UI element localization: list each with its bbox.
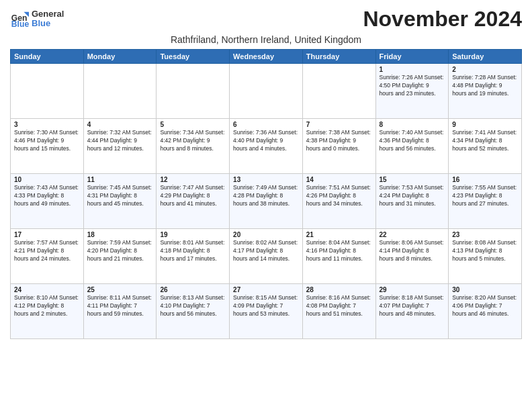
day-number: 29 — [380, 286, 445, 293]
day-info: Sunrise: 7:57 AM Sunset: 4:21 PM Dayligh… — [14, 239, 80, 263]
day-cell — [230, 64, 303, 119]
day-number: 19 — [160, 231, 226, 238]
day-cell: 16Sunrise: 7:55 AM Sunset: 4:23 PM Dayli… — [449, 174, 522, 229]
day-number: 18 — [87, 231, 153, 238]
day-number: 22 — [380, 231, 445, 238]
day-cell: 28Sunrise: 8:16 AM Sunset: 4:08 PM Dayli… — [302, 284, 375, 339]
day-cell: 21Sunrise: 8:04 AM Sunset: 4:16 PM Dayli… — [302, 229, 375, 284]
day-info: Sunrise: 8:16 AM Sunset: 4:08 PM Dayligh… — [306, 294, 372, 318]
day-cell: 14Sunrise: 7:51 AM Sunset: 4:26 PM Dayli… — [302, 174, 375, 229]
day-cell: 12Sunrise: 7:47 AM Sunset: 4:29 PM Dayli… — [157, 174, 230, 229]
day-info: Sunrise: 7:36 AM Sunset: 4:40 PM Dayligh… — [233, 129, 299, 153]
header-row: Sunday Monday Tuesday Wednesday Thursday… — [11, 50, 522, 64]
day-cell: 18Sunrise: 7:59 AM Sunset: 4:20 PM Dayli… — [83, 229, 157, 284]
subtitle: Rathfriland, Northern Ireland, United Ki… — [10, 34, 522, 45]
day-number: 23 — [452, 231, 518, 238]
day-info: Sunrise: 7:26 AM Sunset: 4:50 PM Dayligh… — [380, 74, 445, 98]
header: Gen Blue General Blue November 2024 — [10, 7, 522, 32]
day-cell: 8Sunrise: 7:40 AM Sunset: 4:36 PM Daylig… — [375, 119, 449, 174]
day-info: Sunrise: 7:34 AM Sunset: 4:42 PM Dayligh… — [160, 129, 226, 153]
day-number: 21 — [306, 231, 372, 238]
day-info: Sunrise: 8:15 AM Sunset: 4:09 PM Dayligh… — [233, 294, 299, 318]
day-number: 13 — [233, 176, 299, 183]
page: Gen Blue General Blue November 2024 Rath… — [0, 0, 532, 411]
day-number: 30 — [452, 286, 518, 293]
day-info: Sunrise: 7:32 AM Sunset: 4:44 PM Dayligh… — [87, 129, 153, 153]
logo: Gen Blue General Blue — [10, 9, 64, 29]
day-info: Sunrise: 8:04 AM Sunset: 4:16 PM Dayligh… — [306, 239, 372, 263]
day-info: Sunrise: 7:59 AM Sunset: 4:20 PM Dayligh… — [87, 239, 153, 263]
day-number: 9 — [452, 121, 518, 128]
day-cell: 10Sunrise: 7:43 AM Sunset: 4:33 PM Dayli… — [11, 174, 84, 229]
day-number: 24 — [14, 286, 80, 293]
day-info: Sunrise: 8:08 AM Sunset: 4:13 PM Dayligh… — [452, 239, 518, 263]
day-info: Sunrise: 7:28 AM Sunset: 4:48 PM Dayligh… — [452, 74, 518, 98]
day-number: 12 — [160, 176, 226, 183]
day-number: 2 — [452, 66, 518, 73]
day-number: 10 — [14, 176, 80, 183]
day-info: Sunrise: 8:13 AM Sunset: 4:10 PM Dayligh… — [160, 294, 226, 318]
day-cell — [11, 64, 84, 119]
day-info: Sunrise: 7:41 AM Sunset: 4:34 PM Dayligh… — [452, 129, 518, 153]
day-cell: 11Sunrise: 7:45 AM Sunset: 4:31 PM Dayli… — [83, 174, 157, 229]
day-number: 17 — [14, 231, 80, 238]
day-cell — [157, 64, 230, 119]
day-info: Sunrise: 7:49 AM Sunset: 4:28 PM Dayligh… — [233, 184, 299, 208]
day-info: Sunrise: 8:11 AM Sunset: 4:11 PM Dayligh… — [87, 294, 153, 318]
day-info: Sunrise: 7:47 AM Sunset: 4:29 PM Dayligh… — [160, 184, 226, 208]
day-info: Sunrise: 7:30 AM Sunset: 4:46 PM Dayligh… — [14, 129, 80, 153]
day-info: Sunrise: 7:43 AM Sunset: 4:33 PM Dayligh… — [14, 184, 80, 208]
week-row-3: 10Sunrise: 7:43 AM Sunset: 4:33 PM Dayli… — [11, 174, 522, 229]
day-info: Sunrise: 7:40 AM Sunset: 4:36 PM Dayligh… — [380, 129, 445, 153]
week-row-2: 3Sunrise: 7:30 AM Sunset: 4:46 PM Daylig… — [11, 119, 522, 174]
logo-icon: Gen Blue — [10, 9, 29, 28]
month-title: November 2024 — [363, 7, 522, 32]
day-info: Sunrise: 8:18 AM Sunset: 4:07 PM Dayligh… — [380, 294, 445, 318]
day-number: 1 — [380, 66, 445, 73]
logo-blue: Blue — [32, 19, 64, 28]
day-cell: 4Sunrise: 7:32 AM Sunset: 4:44 PM Daylig… — [83, 119, 157, 174]
day-cell: 24Sunrise: 8:10 AM Sunset: 4:12 PM Dayli… — [11, 284, 84, 339]
day-cell: 23Sunrise: 8:08 AM Sunset: 4:13 PM Dayli… — [449, 229, 522, 284]
col-friday: Friday — [375, 50, 449, 64]
calendar-header: Sunday Monday Tuesday Wednesday Thursday… — [11, 50, 522, 64]
col-wednesday: Wednesday — [230, 50, 303, 64]
day-number: 28 — [306, 286, 372, 293]
day-cell: 26Sunrise: 8:13 AM Sunset: 4:10 PM Dayli… — [157, 284, 230, 339]
day-cell: 7Sunrise: 7:38 AM Sunset: 4:38 PM Daylig… — [302, 119, 375, 174]
day-cell: 25Sunrise: 8:11 AM Sunset: 4:11 PM Dayli… — [83, 284, 157, 339]
day-cell: 22Sunrise: 8:06 AM Sunset: 4:14 PM Dayli… — [375, 229, 449, 284]
col-tuesday: Tuesday — [157, 50, 230, 64]
day-number: 20 — [233, 231, 299, 238]
logo-general: General — [32, 9, 64, 19]
day-cell: 20Sunrise: 8:02 AM Sunset: 4:17 PM Dayli… — [230, 229, 303, 284]
day-number: 8 — [380, 121, 445, 128]
calendar-body: 1Sunrise: 7:26 AM Sunset: 4:50 PM Daylig… — [11, 64, 522, 339]
day-cell: 27Sunrise: 8:15 AM Sunset: 4:09 PM Dayli… — [230, 284, 303, 339]
day-number: 14 — [306, 176, 372, 183]
day-cell: 3Sunrise: 7:30 AM Sunset: 4:46 PM Daylig… — [11, 119, 84, 174]
day-cell: 6Sunrise: 7:36 AM Sunset: 4:40 PM Daylig… — [230, 119, 303, 174]
day-cell: 1Sunrise: 7:26 AM Sunset: 4:50 PM Daylig… — [375, 64, 449, 119]
day-cell — [83, 64, 157, 119]
day-info: Sunrise: 7:51 AM Sunset: 4:26 PM Dayligh… — [306, 184, 372, 208]
day-number: 26 — [160, 286, 226, 293]
day-info: Sunrise: 8:20 AM Sunset: 4:06 PM Dayligh… — [452, 294, 518, 318]
day-info: Sunrise: 8:10 AM Sunset: 4:12 PM Dayligh… — [14, 294, 80, 318]
day-cell: 5Sunrise: 7:34 AM Sunset: 4:42 PM Daylig… — [157, 119, 230, 174]
logo-text: General Blue — [32, 9, 64, 29]
day-cell: 17Sunrise: 7:57 AM Sunset: 4:21 PM Dayli… — [11, 229, 84, 284]
week-row-4: 17Sunrise: 7:57 AM Sunset: 4:21 PM Dayli… — [11, 229, 522, 284]
day-info: Sunrise: 8:01 AM Sunset: 4:18 PM Dayligh… — [160, 239, 226, 263]
day-number: 5 — [160, 121, 226, 128]
day-info: Sunrise: 7:53 AM Sunset: 4:24 PM Dayligh… — [380, 184, 445, 208]
day-number: 16 — [452, 176, 518, 183]
day-cell: 2Sunrise: 7:28 AM Sunset: 4:48 PM Daylig… — [449, 64, 522, 119]
day-number: 3 — [14, 121, 80, 128]
day-number: 15 — [380, 176, 445, 183]
svg-text:Blue: Blue — [11, 19, 29, 28]
week-row-5: 24Sunrise: 8:10 AM Sunset: 4:12 PM Dayli… — [11, 284, 522, 339]
day-number: 4 — [87, 121, 153, 128]
day-number: 11 — [87, 176, 153, 183]
day-cell: 13Sunrise: 7:49 AM Sunset: 4:28 PM Dayli… — [230, 174, 303, 229]
